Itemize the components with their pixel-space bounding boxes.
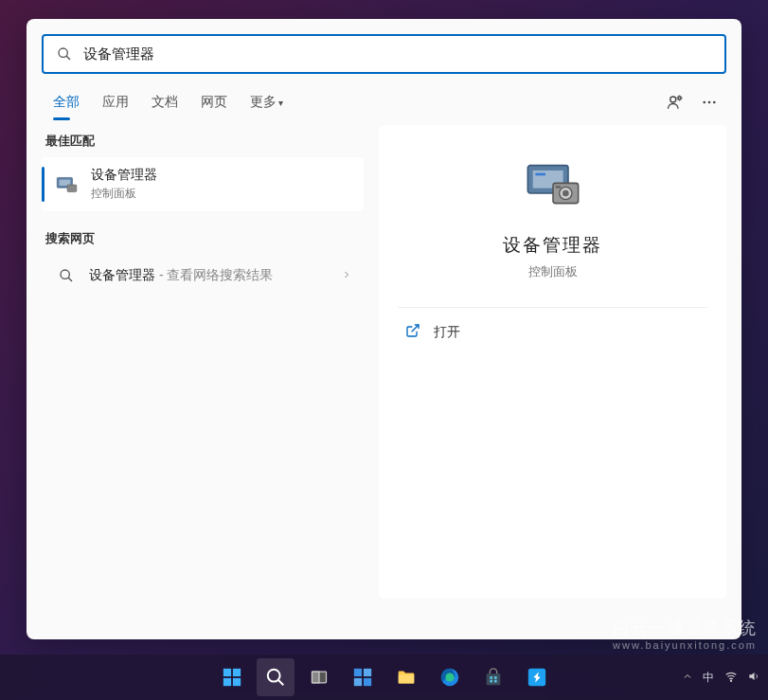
svg-point-11 [71, 187, 73, 188]
task-view[interactable] [300, 658, 338, 696]
svg-rect-16 [535, 173, 545, 176]
device-manager-icon [53, 171, 80, 198]
svg-point-5 [708, 101, 711, 104]
detail-subtitle: 控制面板 [379, 263, 726, 280]
web-search-result[interactable]: 设备管理器 - 查看网络搜索结果 [42, 255, 364, 296]
action-open-label: 打开 [434, 324, 460, 341]
svg-point-2 [670, 97, 676, 102]
result-subtitle: 控制面板 [91, 186, 352, 202]
more-options-icon[interactable] [692, 85, 726, 119]
widgets[interactable] [344, 658, 382, 696]
detail-panel: 设备管理器 控制面板 打开 [379, 125, 726, 599]
svg-rect-39 [493, 676, 496, 679]
microsoft-store[interactable] [474, 658, 512, 696]
svg-rect-30 [353, 669, 361, 676]
detail-device-manager-icon [523, 155, 583, 216]
svg-point-36 [445, 673, 454, 681]
taskbar-search[interactable] [257, 658, 295, 696]
results-column: 最佳匹配 设备管理器 控制面板 搜索网页 [42, 125, 364, 599]
search-icon [53, 268, 80, 283]
detail-title: 设备管理器 [379, 233, 726, 258]
edge-browser[interactable] [431, 658, 469, 696]
svg-point-3 [678, 97, 681, 99]
svg-rect-40 [490, 680, 492, 683]
section-best-match: 最佳匹配 [42, 125, 364, 157]
tray-chevron-icon[interactable] [682, 671, 693, 685]
tab-apps[interactable]: 应用 [91, 86, 140, 118]
search-icon [57, 46, 72, 62]
svg-rect-37 [486, 673, 500, 685]
svg-rect-41 [493, 680, 496, 683]
svg-point-26 [267, 670, 279, 682]
svg-rect-24 [223, 678, 230, 686]
wifi-icon[interactable] [724, 670, 738, 686]
search-input[interactable] [83, 46, 711, 63]
search-box[interactable] [42, 34, 726, 74]
file-explorer[interactable] [387, 658, 425, 696]
svg-rect-23 [232, 669, 240, 676]
result-device-manager[interactable]: 设备管理器 控制面板 [42, 157, 364, 211]
action-open[interactable]: 打开 [379, 308, 726, 357]
tab-web[interactable]: 网页 [189, 86, 239, 118]
svg-point-12 [61, 270, 69, 278]
web-suffix: - 查看网络搜索结果 [155, 267, 273, 282]
svg-rect-34 [398, 674, 414, 683]
open-external-icon [405, 323, 420, 342]
result-title: 设备管理器 [91, 167, 352, 184]
svg-rect-31 [363, 669, 370, 676]
tab-all[interactable]: 全部 [42, 86, 91, 118]
chevron-right-icon [341, 267, 352, 284]
svg-point-4 [703, 101, 705, 104]
pinned-app[interactable] [518, 658, 556, 696]
start-button[interactable] [213, 658, 251, 696]
svg-rect-32 [353, 678, 361, 686]
web-term: 设备管理器 [89, 267, 155, 282]
section-search-web: 搜索网页 [42, 223, 364, 255]
ime-indicator[interactable]: 中 [703, 670, 715, 686]
search-panel: 全部 应用 文档 网页 更多▾ 最佳匹配 [27, 19, 741, 639]
svg-line-1 [66, 56, 70, 60]
svg-point-19 [563, 190, 569, 197]
svg-point-0 [59, 48, 67, 57]
taskbar: 中 [0, 655, 768, 700]
account-icon[interactable] [658, 85, 692, 119]
svg-point-6 [713, 101, 716, 104]
svg-rect-38 [490, 676, 492, 679]
svg-rect-20 [555, 186, 560, 188]
svg-line-27 [277, 680, 283, 686]
svg-rect-29 [312, 672, 319, 683]
volume-icon[interactable] [747, 670, 760, 686]
system-tray[interactable]: 中 [682, 655, 760, 700]
svg-rect-22 [223, 669, 230, 676]
svg-rect-33 [363, 678, 370, 686]
chevron-down-icon: ▾ [278, 98, 283, 108]
svg-line-13 [68, 278, 72, 281]
svg-point-43 [730, 680, 731, 681]
filter-tabs: 全部 应用 文档 网页 更多▾ [27, 80, 741, 125]
tab-more[interactable]: 更多▾ [239, 86, 295, 118]
svg-line-21 [412, 325, 419, 332]
tab-docs[interactable]: 文档 [140, 86, 189, 118]
svg-rect-25 [232, 678, 240, 686]
